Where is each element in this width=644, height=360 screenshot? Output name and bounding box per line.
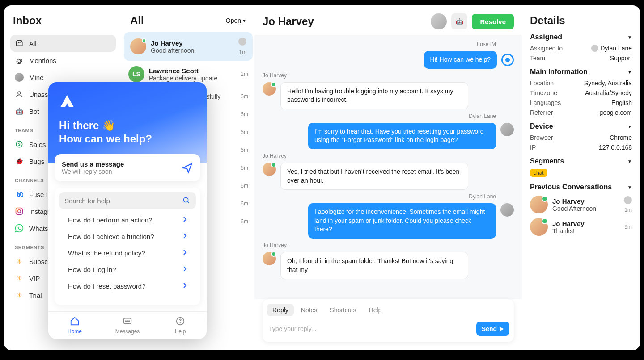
inbox-icon [15,39,24,48]
faq-item[interactable]: How do I perform an action? [65,212,190,228]
send-icon [182,162,193,174]
prev-text: Good Afternoon! [552,205,619,212]
composer-tab-reply[interactable]: Reply [267,304,294,316]
detail-section-main-information[interactable]: Main Information▼ [530,68,632,76]
svg-text:$: $ [18,142,20,147]
detail-key: Languages [530,99,561,106]
widget-nav-messages[interactable]: Messages [101,312,154,339]
conversation-time: 6m [241,201,248,207]
conversation-preview: Good afternoon! [151,47,234,54]
detail-section-device[interactable]: Device▼ [530,122,632,130]
detail-value: Support [610,54,632,62]
widget-card-sub: We will reply soon [62,168,124,175]
detail-value: google.com [600,109,632,116]
detail-value: Dylan Lane [591,45,632,52]
previous-conversation[interactable]: Jo HarveyGood Afternoon!1m [530,196,632,213]
search-icon [182,197,191,205]
resolve-button[interactable]: Resolve [472,14,514,29]
composer-tab-notes[interactable]: Notes [296,304,323,316]
prev-time: 1m [624,207,632,213]
message-bubble-outgoing: I apologize for the inconvenience. Somet… [308,203,496,239]
sidebar-item-label: VIP [29,275,40,282]
sidebar-item-mentions[interactable]: @Mentions [10,52,116,69]
send-button[interactable]: Send ➤ [476,322,509,336]
conversation-name: Jo Harvey [151,39,234,47]
prev-name: Jo Harvey [552,220,620,227]
chevron-down-icon: ▼ [627,70,632,75]
chevron-right-icon [182,266,187,273]
faq-item[interactable]: How do I achieve a function? [65,228,190,245]
message-bubble-incoming: Yes, I tried that but I haven't received… [280,163,468,190]
conversation-time: 1m [239,49,246,55]
instagram-icon [15,207,24,216]
faq-item[interactable]: What is the refund policy? [65,245,190,261]
composer: ReplyNotesShortcutsHelp Send ➤ [263,299,514,342]
sidebar-item-label: Trial [29,292,42,299]
svg-point-11 [129,321,130,322]
detail-value: English [611,99,632,106]
widget-message-card[interactable]: Send us a message We will reply soon [55,154,200,181]
svg-rect-3 [16,208,23,215]
svg-point-6 [183,197,188,202]
bot-icon: 🤖 [15,107,24,116]
segment-chip[interactable]: chat [530,169,547,177]
message-sender-label: Jo Harvey [263,242,514,248]
faq-item[interactable]: How do I reset password? [65,278,190,294]
detail-section-assigned[interactable]: Assigned▼ [530,33,632,41]
details-title: Details [530,14,632,27]
meta-icon [15,190,24,199]
conversation-name: Lawrence Scott [149,67,236,75]
message-bubble-incoming: Oh, I found it in the spam folder. Thank… [280,252,468,279]
composer-tab-help[interactable]: Help [364,304,387,316]
star-icon: ✳ [15,274,24,283]
message-sender-label: Fuse IM [263,41,496,47]
user-avatar-icon [15,73,24,82]
widget-question: How can we help? [59,133,196,145]
faq-item[interactable]: How do I log in? [65,261,190,278]
previous-conversation[interactable]: Jo HarveyThanks!9m [530,218,632,236]
convlist-filter[interactable]: Open ▼ [226,17,246,24]
conversation-avatar: LS [128,66,144,82]
svg-line-7 [187,201,189,203]
detail-value: Chrome [610,134,632,141]
chat-title: Jo Harvey [263,15,426,28]
widget-nav-help[interactable]: Help [154,312,207,339]
detail-section-previous-conversations[interactable]: Previous Conversations▼ [530,183,632,191]
conversation-row[interactable]: Jo HarveyGood afternoon!1m [124,32,253,61]
star-icon: ✳ [15,291,24,300]
svg-point-10 [127,321,128,322]
conversation-time: 2m [241,71,248,77]
prev-assignee [624,196,632,204]
detail-section-segments[interactable]: Segments▼ [530,157,632,165]
sidebar-item-label: Mine [29,74,44,81]
conversation-time: 6m [241,93,248,100]
help-icon [154,316,207,327]
detail-key: Timezone [530,89,557,96]
widget-logo-icon [59,94,75,110]
sidebar-item-all[interactable]: All [10,35,116,52]
chevron-down-icon: ▼ [627,124,632,129]
conversation-time: 6m [241,218,248,225]
sidebar-item-label: Bugs [29,158,44,165]
widget-greeting: Hi there 👋 [59,119,196,132]
conversation-time: 6m [241,165,248,171]
prev-avatar [530,196,548,213]
agent-avatar[interactable] [431,13,447,29]
svg-point-4 [18,210,21,213]
conversation-time: 6m [241,183,248,189]
widget-search-input[interactable] [64,197,182,205]
bot-button[interactable]: 🤖 [451,13,467,29]
svg-point-9 [125,321,126,322]
reply-input[interactable] [267,322,473,335]
whatsapp-icon [15,224,24,233]
detail-key: Assigned to [530,45,563,52]
at-icon: @ [15,56,24,65]
detail-value: Synedy, Australia [584,80,632,87]
detail-value: Australia/Synedy [585,89,632,96]
chevron-right-icon [182,216,187,224]
composer-tab-shortcuts[interactable]: Shortcuts [324,304,361,316]
conversation-time: 6m [241,129,248,135]
chevron-right-icon [182,282,187,290]
widget-nav-home[interactable]: Home [48,312,101,339]
help-widget: Hi there 👋 How can we help? Send us a me… [48,82,207,339]
